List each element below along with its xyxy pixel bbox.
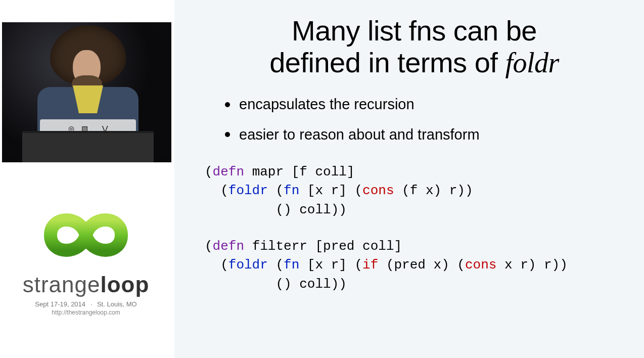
conference-url: http://thestrangeloop.com (10, 309, 162, 316)
bullet-item: encapsulates the recursion (225, 95, 624, 114)
code-block-filterr: (defn filterr [pred coll] (foldr (fn [x … (205, 237, 624, 294)
wordmark-loop: loop (100, 272, 149, 297)
conference-location: St. Louis, MO (97, 300, 137, 308)
title-line-2a: defined in terms of (269, 47, 505, 78)
speaker-video-thumb: ◎ ▧ ⋁ (2, 22, 171, 162)
title-line-1: Many list fns can be (292, 15, 537, 47)
conference-logo-block: strangeloop Sept 17-19, 2014 · St. Louis… (10, 202, 162, 316)
bullet-list: encapsulates the recursion easier to rea… (225, 95, 624, 144)
slide: Many list fns can be defined in terms of… (174, 0, 644, 358)
dot-separator-icon: · (87, 300, 96, 308)
conference-wordmark: strangeloop (10, 272, 162, 297)
frame: ◎ ▧ ⋁ strangeloop (0, 0, 644, 358)
infinity-logo-icon (15, 202, 157, 268)
title-foldr: foldr (505, 47, 559, 78)
left-column: ◎ ▧ ⋁ strangeloop (0, 0, 174, 358)
conference-dates: Sept 17-19, 2014 (35, 300, 85, 308)
code-block-mapr: (defn mapr [f coll] (foldr (fn [x r] (co… (205, 163, 624, 220)
slide-title: Many list fns can be defined in terms of… (205, 15, 624, 78)
wordmark-strange: strange (23, 272, 101, 297)
podium (22, 131, 154, 162)
bullet-item: easier to reason about and transform (225, 125, 624, 145)
conference-meta: Sept 17-19, 2014 · St. Louis, MO (10, 300, 162, 308)
